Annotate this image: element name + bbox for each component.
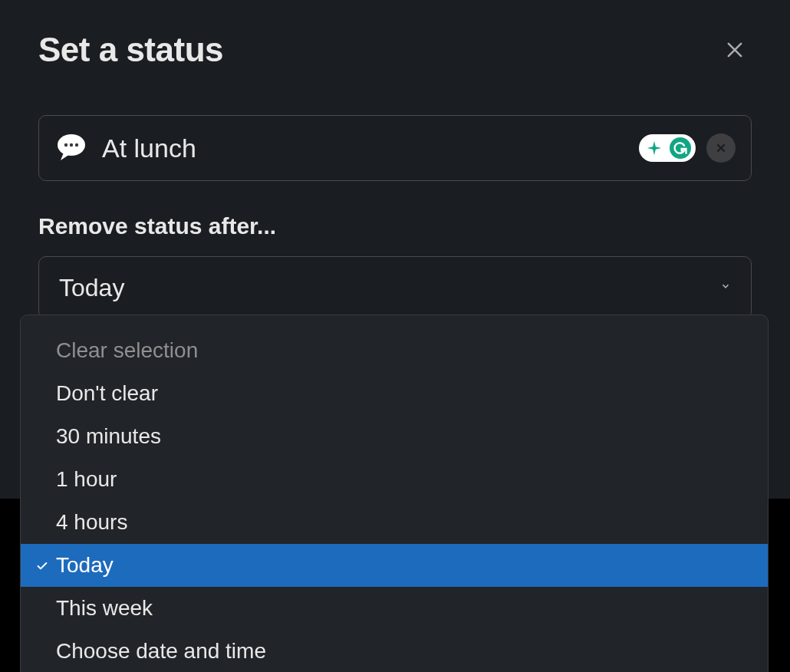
remove-after-label: Remove status after...	[38, 213, 752, 239]
check-icon	[36, 553, 48, 578]
clear-input-button[interactable]	[706, 133, 736, 163]
duration-select-value: Today	[59, 274, 124, 302]
dropdown-option[interactable]: 4 hours	[21, 501, 768, 544]
status-input-container	[38, 115, 752, 181]
dropdown-option[interactable]: Today	[21, 544, 768, 587]
modal-title: Set a status	[38, 31, 223, 69]
close-icon	[724, 39, 746, 61]
x-icon	[715, 142, 727, 154]
close-button[interactable]	[718, 33, 752, 67]
dropdown-header-label: Clear selection	[56, 338, 198, 363]
dropdown-option[interactable]: 30 minutes	[21, 415, 768, 458]
svg-point-4	[70, 143, 73, 147]
svg-point-5	[75, 143, 78, 147]
speech-balloon-icon	[54, 131, 88, 165]
dropdown-option-label: Don't clear	[56, 381, 158, 406]
dropdown-header: Clear selection	[21, 329, 768, 372]
dropdown-option[interactable]: This week	[21, 587, 768, 630]
status-modal: Set a status	[0, 0, 790, 499]
duration-select-wrap: Today Clear selection Don't clear30 minu…	[38, 256, 752, 319]
dropdown-option-label: Choose date and time	[56, 639, 266, 664]
duration-dropdown: Clear selection Don't clear30 minutes1 h…	[20, 315, 769, 672]
sparkle-icon	[644, 137, 665, 159]
dropdown-option-label: Today	[56, 553, 114, 578]
dropdown-option[interactable]: Choose date and time	[21, 630, 768, 672]
dropdown-option-label: This week	[56, 596, 153, 621]
chevron-down-icon	[720, 281, 731, 295]
extension-badge[interactable]	[639, 134, 696, 162]
status-text-input[interactable]	[102, 133, 639, 163]
dropdown-option[interactable]: Don't clear	[21, 372, 768, 415]
duration-select[interactable]: Today	[38, 256, 752, 319]
dropdown-option[interactable]: 1 hour	[21, 458, 768, 501]
emoji-picker-button[interactable]	[54, 131, 88, 165]
dropdown-option-label: 4 hours	[56, 510, 127, 535]
grammarly-icon	[670, 137, 691, 159]
svg-point-3	[64, 143, 67, 147]
dropdown-option-label: 30 minutes	[56, 424, 161, 449]
dropdown-option-label: 1 hour	[56, 467, 117, 492]
modal-header: Set a status	[38, 31, 752, 69]
